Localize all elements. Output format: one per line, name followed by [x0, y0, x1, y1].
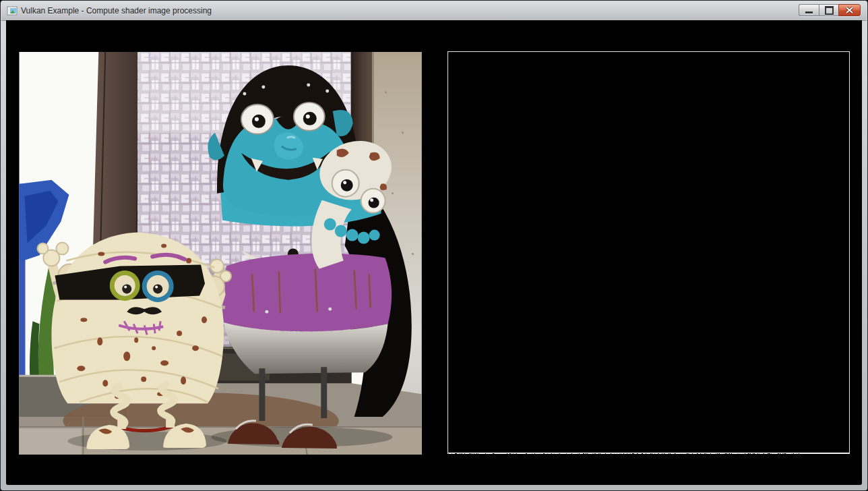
minimize-button[interactable] — [799, 4, 819, 16]
close-icon — [846, 7, 853, 13]
scene — [447, 51, 850, 454]
maximize-icon — [825, 6, 834, 15]
scene — [20, 52, 422, 455]
close-button[interactable] — [838, 4, 861, 16]
source-image-panel — [19, 52, 422, 455]
window-controls — [799, 4, 861, 16]
purple-body — [222, 254, 392, 332]
minimize-icon — [805, 11, 813, 13]
window-title: Vulkan Example - Compute shader image pr… — [21, 6, 212, 16]
title-bar[interactable]: Vulkan Example - Compute shader image pr… — [1, 1, 867, 21]
edge-noise — [447, 51, 850, 454]
app-icon — [7, 5, 18, 16]
maximize-button[interactable] — [819, 4, 838, 16]
app-window: Vulkan Example - Compute shader image pr… — [0, 0, 868, 491]
edge-output-panel — [447, 51, 850, 454]
render-area — [6, 20, 862, 485]
